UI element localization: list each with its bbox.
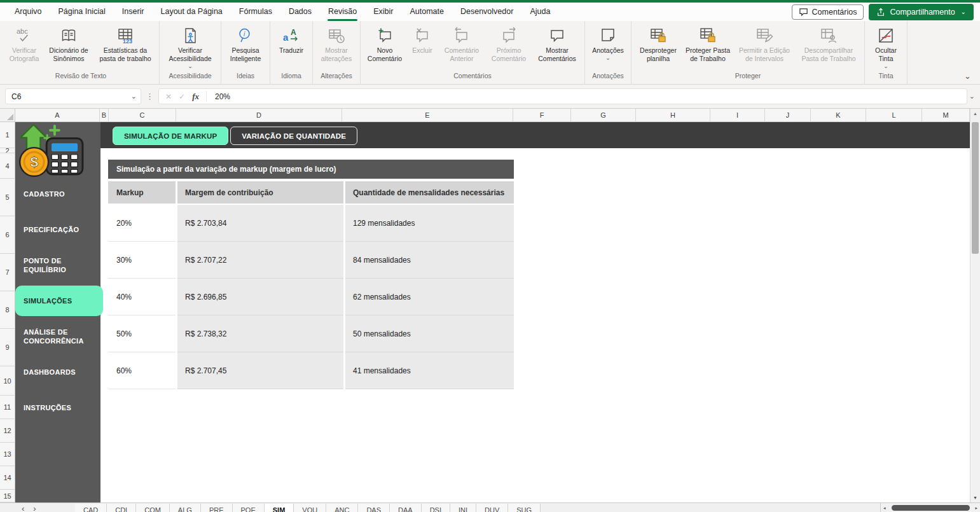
sheet-tab[interactable]: DSI (422, 504, 450, 512)
row-header[interactable]: 5 (0, 179, 15, 216)
row-header[interactable]: 1 (0, 122, 15, 148)
ribbon-button[interactable]: Permitir a Edição de Intervalos (733, 25, 796, 64)
column-header[interactable]: E (342, 109, 513, 121)
view-tab-button[interactable]: SIMULAÇÃO DE MARKUP (113, 127, 228, 145)
sheet-tab[interactable]: POE (233, 504, 265, 512)
column-header[interactable]: M (922, 109, 970, 121)
ribbon-button[interactable]: Comentário Anterior (438, 25, 485, 64)
markup-cell[interactable]: 50% (108, 315, 176, 352)
comments-button[interactable]: Comentários (792, 4, 864, 20)
column-header[interactable]: H (636, 109, 710, 121)
sheet-tab[interactable]: INI (450, 504, 476, 512)
sheet-grid[interactable]: $ CADASTRO PRECIFICAÇÃO PONTO DE EQUILÍB… (15, 122, 970, 502)
row-header[interactable]: 2 (0, 148, 15, 153)
sidebar-item[interactable]: INSTRUÇÕES (15, 390, 100, 426)
ribbon-button[interactable]: Próximo Comentário (485, 25, 532, 64)
vertical-scrollbar[interactable]: ▲ ▼ (970, 109, 980, 502)
column-header[interactable]: K (811, 109, 866, 121)
row-header[interactable]: 6 (0, 216, 15, 254)
column-header[interactable]: B (100, 109, 109, 121)
markup-cell[interactable]: 30% (108, 242, 176, 279)
vertical-scrollbar-thumb[interactable] (972, 122, 979, 254)
margem-cell[interactable]: R$ 2.696,85 (177, 279, 343, 315)
column-header[interactable]: A (15, 109, 100, 121)
ribbon-button[interactable]: Excluir (406, 25, 438, 56)
margem-cell[interactable]: R$ 2.738,32 (177, 315, 343, 352)
sheet-tab[interactable]: PRE (201, 504, 233, 512)
expand-formula-bar-icon[interactable]: ⌄ (969, 92, 975, 100)
name-box[interactable]: C6 ⌄ (5, 88, 141, 104)
ribbon-button[interactable]: 123 Estatísticas da pasta de trabalho (94, 25, 156, 64)
menu-tab[interactable]: Desenvolvedor (452, 3, 521, 21)
ribbon-button[interactable]: Novo Comentário (363, 25, 406, 64)
sidebar-item[interactable]: PRECIFICAÇÃO (15, 212, 100, 247)
sheet-tab[interactable]: DAA (390, 504, 422, 512)
row-header[interactable]: 9 (0, 329, 15, 366)
margem-cell[interactable]: R$ 2.707,45 (177, 352, 343, 389)
ribbon-button[interactable]: Descompartilhar Pasta de Trabalho (796, 25, 862, 64)
column-header[interactable]: G (571, 109, 636, 121)
ribbon-button[interactable]: aA Traduzir (273, 25, 310, 56)
ribbon-button[interactable]: Verificar Acessibilidade ⌄ (162, 25, 218, 71)
sheet-tab[interactable]: COM (136, 504, 170, 512)
row-header[interactable]: 12 (0, 419, 15, 443)
table-header-quantidade[interactable]: Quantidade de mensalidades necessárias (345, 181, 514, 204)
menu-tab[interactable]: Dados (280, 3, 320, 21)
row-header[interactable]: 15 (0, 490, 15, 502)
column-header[interactable]: I (710, 109, 765, 121)
markup-cell[interactable]: 20% (108, 205, 176, 242)
ribbon-button[interactable]: Ocultar Tinta ⌄ (867, 25, 904, 71)
quantidade-cell[interactable]: 50 mensalidades (345, 315, 514, 352)
menu-tab[interactable]: Fórmulas (231, 3, 280, 21)
horizontal-scrollbar-thumb[interactable] (892, 505, 970, 511)
insert-function-icon[interactable]: fx (192, 92, 199, 102)
column-header[interactable]: D (176, 109, 342, 121)
chevron-down-icon[interactable]: ⌄ (131, 92, 137, 100)
menu-tab[interactable]: Exibir (365, 3, 401, 21)
row-header[interactable]: 13 (0, 443, 15, 466)
sidebar-item[interactable]: CADASTRO (15, 176, 100, 212)
menu-tab[interactable]: Ajuda (521, 3, 558, 21)
horizontal-scrollbar[interactable]: ◂ ▸ (880, 503, 980, 512)
table-header-markup[interactable]: Markup (108, 181, 176, 204)
sheet-tab[interactable]: ALG (170, 504, 201, 512)
ribbon-button[interactable]: abc Verificar Ortografia (5, 25, 43, 64)
share-button[interactable]: Compartilhamento ⌄ (869, 4, 974, 20)
cancel-icon[interactable]: ✕ (165, 92, 172, 101)
sidebar-item[interactable]: DASHBOARDS (15, 354, 100, 390)
quantidade-cell[interactable]: 62 mensalidades (345, 279, 514, 315)
ribbon-button[interactable]: Mostrar Comentários (532, 25, 582, 64)
ribbon-button[interactable]: Desproteger planilha (634, 25, 682, 64)
row-header[interactable]: 10 (0, 366, 15, 396)
menu-tab[interactable]: Arquivo (6, 3, 50, 21)
menu-tab[interactable]: Automate (401, 3, 452, 21)
ribbon-button[interactable]: Proteger Pasta de Trabalho (682, 25, 733, 64)
menu-tab[interactable]: Página Inicial (50, 3, 113, 21)
ribbon-button[interactable]: Anotações ⌄ (588, 25, 628, 62)
sidebar-item[interactable]: ANÁLISE DE CONCORRÊNCIA (15, 319, 100, 354)
formula-bar-value[interactable]: 20% (215, 92, 230, 101)
margem-cell[interactable]: R$ 2.703,84 (177, 205, 343, 242)
sheet-tab[interactable]: DAS (358, 504, 390, 512)
view-tab-button[interactable]: VARIAÇÃO DE QUANTIDADE (230, 127, 357, 145)
markup-cell[interactable]: 40% (108, 279, 176, 315)
quantidade-cell[interactable]: 84 mensalidades (345, 242, 514, 279)
formula-bar[interactable]: ✕ ✓ fx 20% (158, 88, 967, 104)
markup-cell[interactable]: 60% (108, 352, 176, 389)
margem-cell[interactable]: R$ 2.707,22 (177, 242, 343, 279)
scroll-left-icon[interactable]: ◂ (883, 506, 886, 511)
ribbon-button[interactable]: Dicionário de Sinônimos (43, 25, 94, 64)
column-header[interactable]: J (765, 109, 811, 121)
table-header-margem[interactable]: Margem de contribuição (177, 181, 343, 204)
ribbon-button[interactable]: i Pesquisa Inteligente (224, 25, 267, 64)
sheet-tab[interactable]: SIM (265, 504, 294, 512)
sidebar-item[interactable]: PONTO DE EQUILÍBRIO (15, 247, 100, 283)
menu-tab[interactable]: Inserir (114, 3, 153, 21)
column-header[interactable]: C (109, 109, 176, 121)
ribbon-button[interactable]: Mostrar alterações (315, 25, 357, 64)
column-header[interactable]: L (866, 109, 922, 121)
menu-tab[interactable]: Layout da Página (152, 3, 230, 21)
sidebar-item[interactable]: SIMULAÇÕES (15, 286, 103, 316)
sheet-tab[interactable]: VQU (294, 504, 326, 512)
sheet-tab[interactable]: DUV (476, 504, 508, 512)
